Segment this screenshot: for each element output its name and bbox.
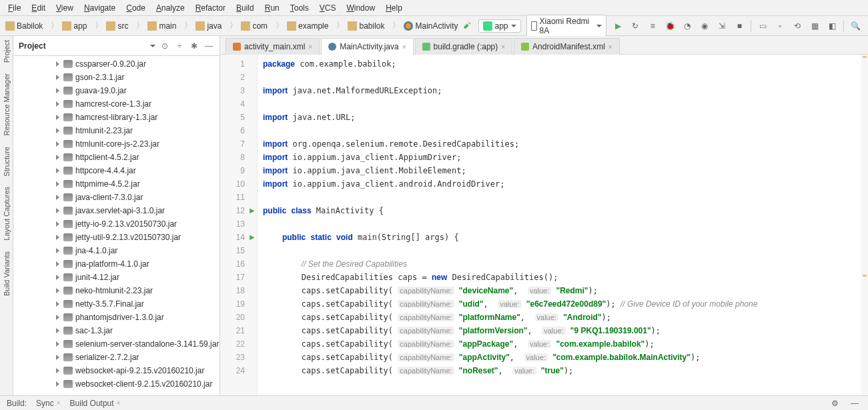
- tree-item[interactable]: serializer-2.7.2.jar: [13, 351, 220, 364]
- menu-build[interactable]: Build: [231, 2, 260, 14]
- side-tab-layout-captures[interactable]: Layout Captures: [3, 187, 11, 241]
- layout-icon[interactable]: ▦: [809, 19, 821, 33]
- run-config-dropdown[interactable]: app: [478, 19, 521, 33]
- gutter: 123456789101112▶1314▶1516171819202122232…: [220, 55, 258, 395]
- tree-item[interactable]: jna-platform-4.1.0.jar: [13, 257, 220, 271]
- code-content[interactable]: package com.example.babilok; import java…: [258, 55, 868, 395]
- side-tab-structure[interactable]: Structure: [3, 147, 11, 177]
- select-opened-icon[interactable]: ⊙: [159, 41, 170, 51]
- breadcrumb: Babilok〉app〉src〉main〉java〉com〉example〉ba…: [3, 19, 461, 33]
- tree-item[interactable]: httpcore-4.4.4.jar: [13, 164, 220, 177]
- stop-icon[interactable]: ≡: [646, 19, 659, 33]
- tree-item[interactable]: httpclient-4.5.2.jar: [13, 151, 220, 164]
- device-dropdown[interactable]: Xiaomi Redmi 8A: [526, 15, 607, 37]
- menu-help[interactable]: Help: [380, 2, 408, 14]
- editor-tab[interactable]: MainActivity.java×: [321, 38, 413, 55]
- breadcrumb-mainactivity[interactable]: 〉MainActivity: [388, 19, 460, 33]
- menu-vcs[interactable]: VCS: [314, 2, 342, 14]
- breadcrumb-src[interactable]: 〉src: [91, 19, 131, 33]
- tree-item[interactable]: neko-htmlunit-2.23.jar: [13, 284, 220, 297]
- menu-file[interactable]: File: [3, 2, 26, 14]
- left-tool-strip: ProjectResource ManagerStructureLayout C…: [0, 36, 13, 395]
- tree-item[interactable]: junit-4.12.jar: [13, 271, 220, 284]
- tree-item[interactable]: phantomjsdriver-1.3.0.jar: [13, 311, 220, 324]
- editor-tab[interactable]: build.gradle (:app)×: [415, 38, 513, 55]
- breadcrumb-app[interactable]: 〉app: [47, 19, 89, 33]
- coverage-icon[interactable]: ◉: [699, 19, 711, 33]
- side-tab-resource-manager[interactable]: Resource Manager: [3, 73, 11, 136]
- stop-process-icon[interactable]: ■: [733, 19, 745, 33]
- tree-item[interactable]: guava-19.0.jar: [13, 84, 220, 97]
- editor-tabs: activity_main.xml×MainActivity.java×buil…: [220, 36, 868, 55]
- tree-item[interactable]: hamcrest-library-1.3.jar: [13, 111, 220, 124]
- project-tree[interactable]: cssparser-0.9.20.jargson-2.3.1.jarguava-…: [13, 56, 220, 395]
- menu-edit[interactable]: Edit: [26, 2, 51, 14]
- device-label: Xiaomi Redmi 8A: [540, 17, 594, 35]
- debug-icon[interactable]: 🐞: [664, 19, 676, 33]
- project-panel-title: Project: [19, 41, 146, 51]
- editor-tab[interactable]: AndroidManifest.xml×: [514, 38, 620, 55]
- project-panel-header: Project ⊙ ÷ ✱ —: [13, 36, 220, 56]
- collapse-icon[interactable]: ÷: [174, 41, 185, 51]
- build-output-tab[interactable]: Build Output×: [70, 399, 121, 408]
- code-editor[interactable]: 123456789101112▶1314▶1516171819202122232…: [220, 55, 868, 395]
- tree-item[interactable]: jna-4.1.0.jar: [13, 244, 220, 257]
- build-label: Build:: [7, 399, 27, 408]
- tree-item[interactable]: gson-2.3.1.jar: [13, 71, 220, 84]
- menu-bar: FileEditViewNavigateCodeAnalyzeRefactorB…: [0, 0, 868, 16]
- editor-area: activity_main.xml×MainActivity.java×buil…: [220, 36, 868, 395]
- run-icon[interactable]: ▶: [612, 19, 624, 33]
- breadcrumb-example[interactable]: 〉example: [272, 19, 331, 33]
- breadcrumb-main[interactable]: 〉main: [132, 19, 179, 33]
- assistant-icon[interactable]: ◧: [826, 19, 838, 33]
- tree-item[interactable]: jetty-io-9.2.13.v20150730.jar: [13, 217, 220, 231]
- menu-code[interactable]: Code: [121, 2, 151, 14]
- apply-changes-icon[interactable]: ↻: [629, 19, 641, 33]
- attach-icon[interactable]: ⇲: [716, 19, 728, 33]
- breadcrumb-com[interactable]: 〉com: [226, 19, 270, 33]
- minimize-icon[interactable]: —: [848, 397, 861, 410]
- tree-item[interactable]: javax.servlet-api-3.1.0.jar: [13, 204, 220, 217]
- phone-icon: [531, 21, 537, 31]
- tree-item[interactable]: cssparser-0.9.20.jar: [13, 57, 220, 71]
- menu-analyze[interactable]: Analyze: [151, 2, 190, 14]
- tree-item[interactable]: httpmime-4.5.2.jar: [13, 177, 220, 191]
- hide-icon[interactable]: —: [203, 41, 214, 51]
- tree-item[interactable]: selenium-server-standalone-3.141.59.jar: [13, 337, 220, 351]
- tree-item[interactable]: java-client-7.3.0.jar: [13, 191, 220, 204]
- chevron-down-icon[interactable]: [150, 45, 155, 47]
- toolbar-right: app Xiaomi Redmi 8A ▶ ↻ ≡ 🐞 ◔ ◉ ⇲ ■ ▭ ▫ …: [461, 15, 866, 37]
- sync-icon[interactable]: ⟲: [791, 19, 803, 33]
- tree-item[interactable]: hamcrest-core-1.3.jar: [13, 97, 220, 111]
- breadcrumb-babilok[interactable]: Babilok: [3, 20, 45, 32]
- settings-icon[interactable]: ✱: [189, 41, 199, 51]
- avd-icon[interactable]: ▭: [757, 19, 769, 33]
- breadcrumb-java[interactable]: 〉java: [180, 19, 224, 33]
- tree-item[interactable]: jetty-util-9.2.13.v20150730.jar: [13, 231, 220, 244]
- tree-item[interactable]: websocket-api-9.2.15.v20160210.jar: [13, 364, 220, 377]
- toolbar: Babilok〉app〉src〉main〉java〉com〉example〉ba…: [0, 16, 868, 36]
- side-tab-project[interactable]: Project: [3, 40, 11, 63]
- run-config-label: app: [495, 21, 508, 31]
- sdk-icon[interactable]: ▫: [774, 19, 786, 33]
- side-tab-build-variants[interactable]: Build Variants: [3, 251, 11, 296]
- android-icon: [483, 21, 492, 31]
- menu-refactor[interactable]: Refactor: [190, 2, 231, 14]
- tree-item[interactable]: netty-3.5.7.Final.jar: [13, 297, 220, 311]
- sync-tab[interactable]: Sync×: [36, 399, 61, 408]
- tree-item[interactable]: websocket-client-9.2.15.v20160210.jar: [13, 377, 220, 391]
- hammer-icon[interactable]: [461, 19, 473, 33]
- menu-run[interactable]: Run: [260, 2, 285, 14]
- menu-tools[interactable]: Tools: [285, 2, 314, 14]
- menu-navigate[interactable]: Navigate: [79, 2, 121, 14]
- tree-item[interactable]: htmlunit-core-js-2.23.jar: [13, 137, 220, 151]
- tree-item[interactable]: htmlunit-2.23.jar: [13, 124, 220, 137]
- search-icon[interactable]: 🔍: [849, 19, 861, 33]
- settings-icon[interactable]: ⚙: [828, 397, 841, 410]
- profiler-icon[interactable]: ◔: [681, 19, 693, 33]
- menu-window[interactable]: Window: [341, 2, 380, 14]
- breadcrumb-babilok[interactable]: 〉babilok: [332, 19, 387, 33]
- menu-view[interactable]: View: [51, 2, 79, 14]
- tree-item[interactable]: sac-1.3.jar: [13, 324, 220, 337]
- editor-tab[interactable]: activity_main.xml×: [226, 38, 320, 55]
